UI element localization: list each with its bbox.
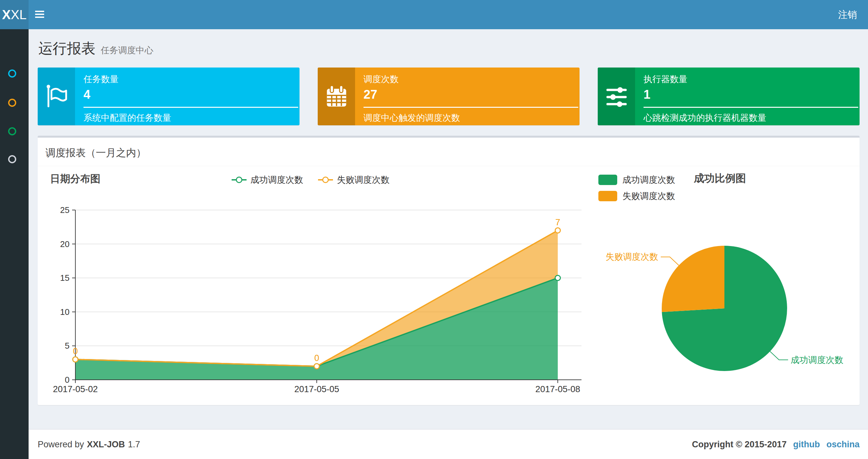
flag-icon [38,67,75,125]
info-box-title: 执行器数量 [644,73,858,85]
powered-prefix: Powered by [38,439,84,450]
top-navbar: XXL 注销 [0,0,868,29]
copyright-text: Copyright © 2015-2017 [692,439,787,450]
sidebar-item-2[interactable] [0,99,29,117]
sidebar-item-4[interactable] [0,155,29,173]
schedule-report-panel: 调度报表（一月之内） 日期分布图 成功调度次数失败调度次数 0510152025… [38,136,860,405]
legend-item[interactable]: 失败调度次数 [598,190,675,202]
info-box-executors: 执行器数量 1 心跳检测成功的执行器机器数量 [598,67,860,125]
legend-item[interactable]: 成功调度次数 [598,174,675,186]
sidebar-toggle-button[interactable] [29,0,50,29]
page-header: 运行报表任务调度中心 [38,39,153,58]
divider [644,107,858,108]
info-box-description: 系统中配置的任务数量 [84,112,298,124]
info-box-value: 1 [644,88,858,102]
circle-icon [8,127,16,135]
legend-item[interactable]: 失败调度次数 [318,174,390,186]
logo-bold: X [2,7,11,22]
pie-chart-legend: 成功调度次数失败调度次数 [598,174,675,206]
svg-text:25: 25 [60,205,69,215]
svg-text:7: 7 [555,218,560,227]
circle-icon [8,99,16,107]
info-box-content: 任务数量 4 系统中配置的任务数量 [75,67,300,125]
line-marker-icon [318,176,333,183]
legend-item[interactable]: 成功调度次数 [231,174,303,186]
swatch-icon [598,175,617,185]
info-box-triggers: 调度次数 27 调度中心触发的调度次数 [318,67,580,125]
footer-copyright: Copyright © 2015-2017 github oschina [692,429,860,459]
info-box-content: 执行器数量 1 心跳检测成功的执行器机器数量 [635,67,860,125]
panel-header: 调度报表（一月之内） [38,138,860,166]
sidebar-item-1[interactable] [0,69,29,88]
sidebar-item-3[interactable] [0,127,29,145]
date-distribution-chart[interactable]: 05101520252017-05-022017-05-052017-05-08… [44,195,590,403]
svg-text:2017-05-08: 2017-05-08 [535,384,580,394]
svg-text:成功调度次数: 成功调度次数 [791,355,843,365]
info-box-title: 调度次数 [364,73,578,85]
page-subtitle: 任务调度中心 [101,45,153,55]
swatch-icon [598,191,617,201]
info-box-title: 任务数量 [84,73,298,85]
logo[interactable]: XXL [0,0,29,29]
circle-icon [8,155,16,163]
svg-text:15: 15 [60,273,69,283]
github-link[interactable]: github [793,439,820,450]
svg-text:10: 10 [60,307,69,317]
oschina-link[interactable]: oschina [827,439,860,450]
circle-icon [8,69,16,77]
svg-text:20: 20 [60,239,69,249]
logo-rest: XL [11,7,27,22]
sidebar [0,29,29,459]
version: 1.7 [128,439,140,450]
svg-text:2017-05-05: 2017-05-05 [294,384,339,394]
info-box-content: 调度次数 27 调度中心触发的调度次数 [355,67,580,125]
logout-link[interactable]: 注销 [827,0,868,29]
calendar-icon [318,67,355,125]
footer: Powered by XXL-JOB 1.7 Copyright © 2015-… [29,429,868,459]
info-box-value: 27 [364,88,578,102]
svg-text:2017-05-02: 2017-05-02 [53,384,98,394]
svg-text:0: 0 [73,347,78,356]
page-title: 运行报表 [38,40,95,56]
success-ratio-pie-chart[interactable]: 成功调度次数失败调度次数 [598,226,860,395]
divider [84,107,298,108]
info-box-description: 心跳检测成功的执行器机器数量 [644,112,858,124]
info-box-description: 调度中心触发的调度次数 [364,112,578,124]
panel-title: 调度报表（一月之内） [45,146,146,160]
divider [364,107,578,108]
hamburger-icon [35,11,44,19]
svg-text:0: 0 [65,375,69,385]
info-box-value: 4 [84,88,298,102]
pie-chart-title: 成功比例图 [694,171,746,186]
footer-powered-by: Powered by XXL-JOB 1.7 [38,429,140,459]
svg-text:5: 5 [65,341,69,351]
svg-text:0: 0 [314,353,319,363]
area-chart-legend: 成功调度次数失败调度次数 [220,174,402,186]
app-root: XXL 注销 运行报表任务调度中心 任务数量 4 系统中配置的任务数量 [0,0,868,459]
svg-text:失败调度次数: 失败调度次数 [606,252,658,262]
sliders-icon [598,67,635,125]
area-chart-title: 日期分布图 [50,172,100,186]
brand: XXL-JOB [87,439,125,450]
info-box-jobs: 任务数量 4 系统中配置的任务数量 [38,67,300,125]
line-marker-icon [231,176,247,183]
